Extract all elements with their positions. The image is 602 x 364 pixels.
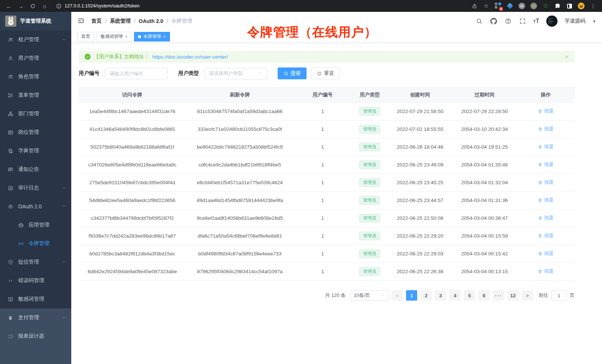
sidebar-item-role[interactable]: 角色管理	[0, 67, 71, 86]
extension-record-icon[interactable]	[529, 1, 538, 10]
doc-link[interactable]: https://doc.iocoder.cn/user-center/	[153, 54, 228, 60]
font-size-button[interactable]: TT	[533, 18, 540, 24]
sidebar-item-label: OAuth 2.0	[18, 203, 42, 209]
page-button-12[interactable]: 12	[507, 290, 518, 301]
username-label[interactable]: 芋道源码	[565, 18, 585, 24]
force-logout-link[interactable]: 强退	[538, 250, 553, 257]
page-button-2[interactable]: 2	[421, 290, 432, 301]
sidebar-item-error-code[interactable]: 错误码管理	[0, 271, 71, 290]
page-button-6[interactable]: 6	[478, 290, 490, 301]
sidebar-item-oauth2[interactable]: OAuth 2.0	[0, 197, 71, 216]
extension-blocks-icon[interactable]: 9	[494, 1, 503, 10]
breadcrumb-oauth2[interactable]: OAuth 2.0	[139, 18, 163, 24]
tab-home[interactable]: 首页	[77, 32, 94, 42]
user-type-tag: 管理员	[359, 232, 380, 240]
cell-user-type: 管理员	[351, 267, 388, 276]
force-logout-link[interactable]: 强退	[538, 126, 553, 132]
sidebar-item-notice[interactable]: 通知公告	[0, 160, 71, 179]
sidebar-item-label: 错误码管理	[18, 277, 44, 284]
browser-back-button[interactable]: ←	[4, 1, 13, 10]
sidebar-item-tenant[interactable]: 租户管理	[0, 30, 71, 49]
share-icon	[472, 3, 477, 9]
sidebar-item-report[interactable]: 报表设计器	[0, 327, 71, 345]
extension-gem-icon[interactable]	[506, 1, 514, 10]
extension-command-icon[interactable]: ⌘	[517, 1, 526, 10]
breadcrumb-system[interactable]: 系统管理	[110, 18, 131, 24]
force-logout-link[interactable]: 强退	[538, 268, 553, 275]
address-bar[interactable]: 127.0.0.1:1024/system/oauth2/token	[52, 1, 467, 10]
page-button-4[interactable]: 4	[449, 290, 461, 301]
page-size-select[interactable]: 10条/页	[350, 290, 388, 301]
force-logout-link[interactable]: 强退	[538, 179, 553, 186]
force-logout-link[interactable]: 强退	[538, 215, 553, 221]
tab-split-icon[interactable]	[565, 1, 574, 10]
tab-label: 首页	[81, 33, 90, 40]
help-button[interactable]	[504, 17, 512, 25]
extension-star-icon[interactable]: ✩	[541, 1, 550, 10]
breadcrumb-home[interactable]: 首页	[91, 18, 102, 24]
bookmark-star-button[interactable]: ☆	[482, 1, 491, 10]
cell-user-type: 管理员	[351, 196, 388, 205]
sidebar-item-oauth2-app[interactable]: 应用管理	[0, 216, 71, 234]
sidebar-item-user[interactable]: 用户管理	[0, 49, 71, 67]
sidebar-item-oauth2-token[interactable]: 令牌管理	[0, 234, 71, 253]
next-page-button[interactable]: >	[522, 290, 533, 301]
cell-refresh-token: be90422b8c7946218275a508bf524fc9	[186, 144, 294, 150]
force-logout-link[interactable]: 强退	[538, 143, 553, 150]
browser-forward-button[interactable]: →	[16, 1, 25, 10]
sidebar-item-sms[interactable]: 短信管理	[0, 253, 71, 271]
force-logout-link[interactable]: 强退	[538, 161, 553, 168]
extensions-puzzle-icon[interactable]	[553, 1, 562, 10]
table-row: c342377bf8b344799dcbf7bf095287f29ce8ef2a…	[79, 209, 575, 227]
force-logout-link[interactable]: 强退	[538, 232, 553, 239]
app-logo-bar[interactable]: 芋道管理系统	[0, 12, 71, 30]
refresh-icon	[317, 71, 322, 76]
chevron-down-icon[interactable]: ▼	[592, 19, 596, 23]
user-id-input[interactable]	[105, 68, 168, 79]
tab-token[interactable]: 令牌管理×	[134, 32, 170, 42]
cell-refresh-token: cdfc4ce9c2da4bb1bdf21b9918ff4be5	[186, 162, 294, 168]
cell-access-token: 6d842e2924594de9a09e45e087323abe	[79, 269, 186, 274]
goto-page-input[interactable]	[551, 290, 567, 301]
sidebar-item-post[interactable]: 岗位管理	[0, 123, 71, 142]
user-type-tag: 管理员	[359, 143, 380, 151]
tab-sensitive-word[interactable]: 敏感词管理×	[96, 32, 132, 42]
search-button[interactable]	[475, 17, 483, 25]
user-type-select[interactable]: 请选择用户类型	[204, 68, 267, 79]
sidebar-item-audit-log[interactable]: 审计日志	[0, 179, 71, 197]
browser-profile-avatar[interactable]	[577, 1, 586, 10]
cell-user-type: 管理员	[351, 214, 388, 222]
chevron-down-icon	[62, 185, 66, 191]
cell-action: 强退	[517, 179, 575, 186]
force-logout-link[interactable]: 强退	[538, 197, 553, 203]
id-badge-icon	[7, 129, 13, 135]
browser-menu-button[interactable]: ⋮	[589, 1, 598, 10]
sidebar-menu: 租户管理用户管理角色管理菜单管理部门管理岗位管理字典管理通知公告审计日志OAut…	[0, 30, 71, 308]
reset-button[interactable]: 重置	[311, 67, 340, 79]
sidebar-item-pay[interactable]: ¥支付管理	[0, 308, 71, 327]
site-info-icon[interactable]	[56, 1, 62, 10]
page-button-3[interactable]: 3	[435, 290, 446, 301]
fullscreen-button[interactable]	[519, 17, 526, 25]
github-button[interactable]	[490, 17, 497, 25]
force-logout-link[interactable]: 强退	[538, 108, 553, 115]
sidebar-item-menu[interactable]: 菜单管理	[0, 86, 71, 105]
page-ellipsis[interactable]: ···	[493, 290, 504, 301]
close-icon[interactable]: ×	[163, 34, 166, 39]
sidebar-item-dict[interactable]: 字典管理	[0, 142, 71, 160]
browser-home-button[interactable]: ⌂	[40, 1, 49, 10]
cell-created-time: 2022-06-25 23:49:09	[388, 162, 452, 168]
browser-refresh-button[interactable]	[28, 1, 37, 10]
page-button-5[interactable]: 5	[464, 290, 475, 301]
prev-page-button[interactable]: <	[392, 290, 403, 301]
sidebar: 芋道管理系统 租户管理用户管理角色管理菜单管理部门管理岗位管理字典管理通知公告审…	[0, 12, 71, 364]
sidebar-item-sensitive-word[interactable]: 敏感词管理	[0, 290, 71, 308]
sidebar-collapse-button[interactable]	[77, 17, 85, 25]
close-icon[interactable]: ×	[565, 54, 569, 60]
share-button[interactable]	[470, 1, 479, 10]
close-icon[interactable]: ×	[125, 34, 128, 39]
search-submit-button[interactable]: 搜索	[278, 67, 307, 79]
user-avatar[interactable]	[546, 16, 557, 27]
sidebar-item-dept[interactable]: 部门管理	[0, 105, 71, 123]
page-button-1[interactable]: 1	[406, 290, 417, 301]
